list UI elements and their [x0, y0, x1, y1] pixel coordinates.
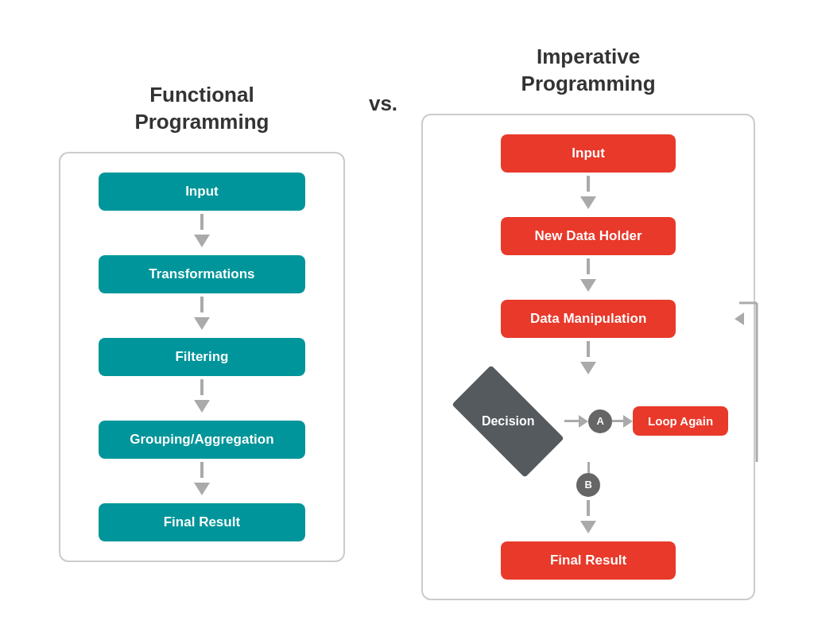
loop-back-svg — [739, 303, 774, 462]
b-connector-area: B — [576, 462, 600, 541]
functional-box: Input Transformations Filtering — [59, 152, 345, 562]
imperative-panel: ImperativeProgramming Input New Data Hol… — [421, 44, 755, 600]
imp-final-box: Final Result — [501, 541, 676, 580]
arrow-2 — [194, 297, 210, 335]
arrow-head-right-1 — [579, 415, 588, 428]
connector-b: B — [576, 473, 600, 497]
connector-a: A — [588, 409, 612, 433]
functional-title: FunctionalProgramming — [134, 82, 269, 136]
imp-content: Input New Data Holder Data Ma — [436, 134, 741, 580]
imp-arrow-4 — [580, 500, 596, 538]
decision-row: Decision A — [436, 386, 741, 457]
arrow-1 — [194, 214, 210, 252]
imp-loop-box: Loop Again — [633, 406, 728, 436]
main-container: FunctionalProgramming Input Transformati… — [0, 20, 814, 624]
decision-label: Decision — [482, 414, 535, 429]
decision-diamond-wrapper: Decision — [448, 386, 568, 457]
arrow-head-right-2 — [623, 415, 633, 428]
h-line-2 — [612, 420, 623, 422]
data-manip-row: Data Manipulation — [436, 300, 741, 338]
functional-panel: FunctionalProgramming Input Transformati… — [59, 82, 345, 562]
func-grouping-box: Grouping/Aggregation — [99, 421, 305, 459]
decision-diamond: Decision — [452, 365, 564, 477]
func-filtering-box: Filtering — [99, 338, 305, 376]
a-to-loop — [612, 415, 633, 428]
imp-arrow-3 — [580, 341, 596, 379]
imp-arrow-2 — [580, 258, 596, 297]
imperative-box: Input New Data Holder Data Ma — [421, 114, 755, 600]
stem-to-b — [587, 462, 590, 473]
arrow-3 — [194, 379, 210, 417]
func-transformations-box: Transformations — [99, 255, 305, 293]
func-final-box: Final Result — [99, 503, 305, 541]
vs-label: vs. — [361, 91, 405, 116]
func-input-box: Input — [99, 173, 305, 211]
imp-arrow-1 — [580, 176, 596, 214]
imp-input-box: Input — [501, 134, 676, 173]
decision-to-a — [564, 415, 588, 428]
arrow-4 — [194, 462, 210, 500]
imperative-title: ImperativeProgramming — [521, 44, 656, 98]
imp-new-data-box: New Data Holder — [501, 217, 676, 255]
imp-data-manip-box: Data Manipulation — [501, 300, 676, 338]
